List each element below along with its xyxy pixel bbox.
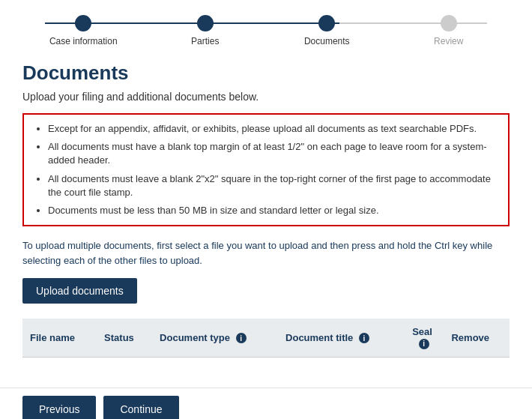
main-content: Documents Upload your filing and additio…	[0, 54, 532, 388]
warning-box: Except for an appendix, affidavit, or ex…	[22, 113, 510, 226]
footer-buttons: Previous Continue	[0, 388, 532, 419]
seal-info-icon[interactable]: i	[419, 339, 429, 349]
continue-button[interactable]: Continue	[103, 396, 178, 419]
step-case-information: Case information	[22, 15, 145, 46]
step-label-2: Parties	[191, 36, 219, 46]
warning-item-2: All documents must have a blank top marg…	[48, 140, 498, 167]
step-circle-2	[197, 15, 214, 31]
step-label-1: Case information	[49, 36, 118, 46]
document-type-info-icon[interactable]: i	[236, 333, 247, 343]
col-status: Status	[97, 319, 152, 357]
upload-documents-button[interactable]: Upload documents	[22, 278, 137, 304]
col-document-title: Document title i	[278, 319, 400, 357]
step-documents: Documents	[266, 15, 388, 46]
table-header: File name Status Document type i Documen…	[22, 319, 510, 357]
step-review: Review	[388, 15, 510, 46]
info-text: To upload multiple documents, first sele…	[22, 238, 510, 268]
page-title: Documents	[22, 61, 510, 85]
documents-table: File name Status Document type i Documen…	[22, 319, 510, 358]
warning-item-3: All documents must leave a blank 2"x2" s…	[48, 172, 498, 199]
step-circle-4	[441, 15, 457, 31]
progress-bar: Case information Parties Documents Revie…	[0, 0, 532, 54]
step-label-3: Documents	[304, 36, 350, 46]
step-parties: Parties	[145, 15, 267, 46]
step-label-4: Review	[434, 36, 463, 46]
warning-item-4: Documents must be less than 50 MB in siz…	[48, 204, 498, 217]
subtitle: Upload your filing and additional docume…	[22, 91, 510, 103]
col-seal: Seal i	[401, 319, 444, 357]
previous-button[interactable]: Previous	[22, 396, 96, 419]
warning-list: Except for an appendix, affidavit, or ex…	[34, 122, 498, 217]
col-file-name: File name	[22, 319, 97, 357]
document-title-info-icon[interactable]: i	[359, 333, 369, 343]
table-header-row: File name Status Document type i Documen…	[22, 319, 510, 357]
warning-item-1: Except for an appendix, affidavit, or ex…	[48, 122, 498, 136]
step-circle-3	[318, 15, 335, 31]
col-document-type: Document type i	[152, 319, 278, 357]
col-remove: Remove	[444, 319, 510, 357]
step-circle-1	[75, 15, 91, 31]
